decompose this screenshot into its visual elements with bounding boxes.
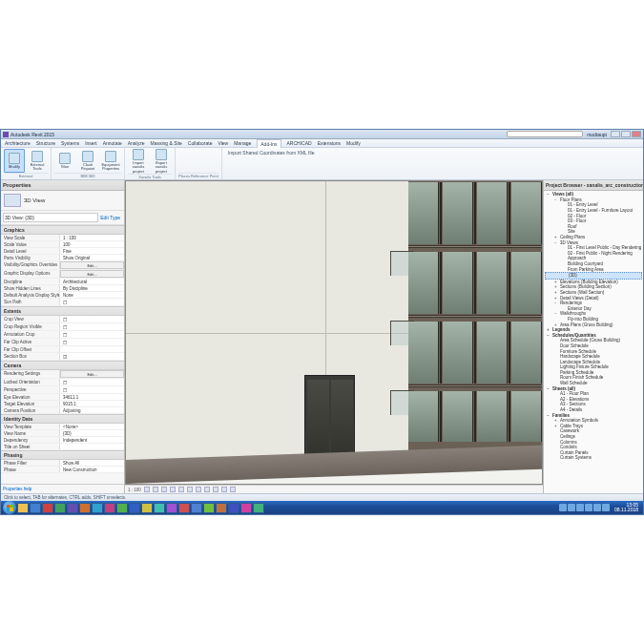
tab-archicad[interactable]: ARCHICAD (287, 140, 312, 146)
tab-analyze[interactable]: Analyze (128, 140, 145, 146)
property-value[interactable]: None (60, 292, 124, 298)
property-value[interactable] (60, 299, 124, 305)
property-value[interactable] (60, 331, 124, 338)
tab-collaborate[interactable]: Collaborate (188, 140, 213, 146)
tab-modify[interactable]: Modify (346, 140, 361, 146)
property-value[interactable]: Edit... (60, 270, 124, 278)
ribbon-button[interactable]: Export xanalis project (151, 149, 172, 174)
taskbar-app-button[interactable] (92, 503, 103, 513)
property-value[interactable]: New Construction (60, 467, 124, 472)
tray-icon[interactable] (576, 504, 584, 511)
close-button[interactable] (632, 131, 641, 137)
tray-icon[interactable] (568, 504, 575, 511)
tab-extensions[interactable]: Extensions (318, 140, 341, 146)
taskbar-app-button[interactable] (191, 503, 202, 513)
property-value[interactable]: Architectural (60, 279, 124, 284)
property-value[interactable]: 1 : 100 (60, 235, 124, 240)
ribbon-button[interactable]: Import xanalis project (128, 149, 149, 174)
property-value[interactable]: <None> (60, 424, 124, 429)
edit-type-button[interactable]: Edit Type (98, 215, 122, 220)
tree-item[interactable]: {3D} (545, 272, 642, 280)
tab-insert[interactable]: Insert (85, 140, 97, 146)
taskbar-app-button[interactable] (116, 503, 128, 513)
taskbar-app-button[interactable] (54, 503, 66, 513)
property-value[interactable] (60, 379, 124, 385)
type-selector[interactable]: 3D View (1, 191, 124, 211)
property-value[interactable] (60, 386, 124, 393)
taskbar-app-button[interactable] (79, 503, 91, 513)
tab-architecture[interactable]: Architecture (5, 140, 31, 146)
property-section-header[interactable]: Extents (1, 306, 124, 316)
worksharing-icon[interactable] (230, 487, 236, 492)
property-value[interactable] (60, 353, 124, 360)
detail-level-icon[interactable] (144, 487, 150, 492)
property-value[interactable]: Adjusting (60, 407, 124, 413)
crop-region-icon[interactable] (196, 487, 201, 492)
help-search-input[interactable] (507, 131, 583, 137)
tab-add-ins[interactable]: Add-Ins (257, 139, 280, 148)
taskbar-app-button[interactable] (17, 503, 29, 513)
rendering-icon[interactable] (178, 487, 184, 492)
taskbar-app-button[interactable] (154, 503, 165, 513)
taskbar-app-button[interactable] (42, 503, 53, 513)
taskbar-app-button[interactable] (166, 503, 177, 513)
property-value[interactable]: Fine (60, 248, 124, 254)
taskbar-app-button[interactable] (178, 503, 190, 513)
minimize-button[interactable] (611, 131, 620, 137)
taskbar-app-button[interactable] (30, 503, 41, 513)
property-value[interactable] (60, 316, 124, 322)
tray-icon[interactable] (559, 504, 567, 511)
property-value[interactable]: 100 (60, 241, 124, 247)
tree-item[interactable]: Curtain Systems (545, 455, 642, 461)
3d-view-canvas[interactable] (125, 180, 543, 485)
taskbar-app-button[interactable] (104, 503, 115, 513)
tray-icon[interactable] (585, 504, 592, 511)
taskbar-app-button[interactable] (240, 503, 252, 513)
property-value[interactable]: Independent (60, 437, 124, 443)
view-scale[interactable]: 1 : 100 (128, 488, 141, 492)
ribbon-button[interactable]: External Tools (27, 149, 48, 173)
maximize-button[interactable] (621, 131, 631, 137)
property-value[interactable]: By Discipline (60, 285, 124, 291)
ribbon-button[interactable]: Clash Pinpoint (77, 149, 98, 173)
temporary-hide-icon[interactable] (213, 487, 218, 492)
property-section-header[interactable]: Camera (1, 361, 124, 370)
property-value[interactable]: Edit... (60, 261, 124, 269)
property-value[interactable]: 34611.1 (60, 394, 124, 400)
tab-manage[interactable]: Manage (234, 140, 251, 146)
properties-help-link[interactable]: Properties help (1, 484, 124, 493)
taskbar-app-button[interactable] (203, 503, 215, 513)
reveal-hidden-icon[interactable] (221, 487, 227, 492)
tray-icon[interactable] (593, 504, 601, 511)
tab-structure[interactable]: Structure (36, 140, 55, 146)
ribbon-button[interactable]: Modify (4, 149, 25, 173)
property-value[interactable]: 9015.1 (60, 401, 124, 406)
crop-view-icon[interactable] (187, 487, 193, 492)
taskbar-app-button[interactable] (129, 503, 140, 513)
shadows-icon[interactable] (170, 487, 176, 492)
property-section-header[interactable]: Identity Data (1, 414, 124, 424)
tab-systems[interactable]: Systems (61, 140, 79, 146)
sun-path-icon[interactable] (161, 487, 167, 492)
taskbar-app-button[interactable] (141, 503, 153, 513)
property-value[interactable] (60, 339, 124, 345)
property-section-header[interactable]: Phasing (1, 450, 124, 460)
tab-massing-site[interactable]: Massing & Site (151, 140, 182, 146)
instance-selector[interactable]: 3D View: {3D} (3, 213, 98, 222)
property-value[interactable]: Show Original (60, 255, 124, 260)
taskbar-app-button[interactable] (253, 503, 264, 513)
ribbon-button[interactable]: Equipment Properties (100, 149, 121, 173)
property-value[interactable]: Edit... (60, 370, 124, 378)
visual-style-icon[interactable] (153, 487, 158, 492)
taskbar-app-button[interactable] (228, 503, 239, 513)
property-value[interactable] (60, 444, 124, 449)
ribbon-button[interactable]: Glue (54, 149, 75, 173)
taskbar-clock[interactable]: 13:05 08.11.2018 (612, 503, 641, 513)
taskbar-app-button[interactable] (216, 503, 227, 513)
tray-icon[interactable] (602, 504, 610, 511)
unhide-icon[interactable] (204, 487, 210, 492)
taskbar-app-button[interactable] (67, 503, 78, 513)
property-section-header[interactable]: Graphics (1, 225, 124, 235)
start-button[interactable] (3, 501, 16, 514)
property-value[interactable] (60, 346, 124, 352)
